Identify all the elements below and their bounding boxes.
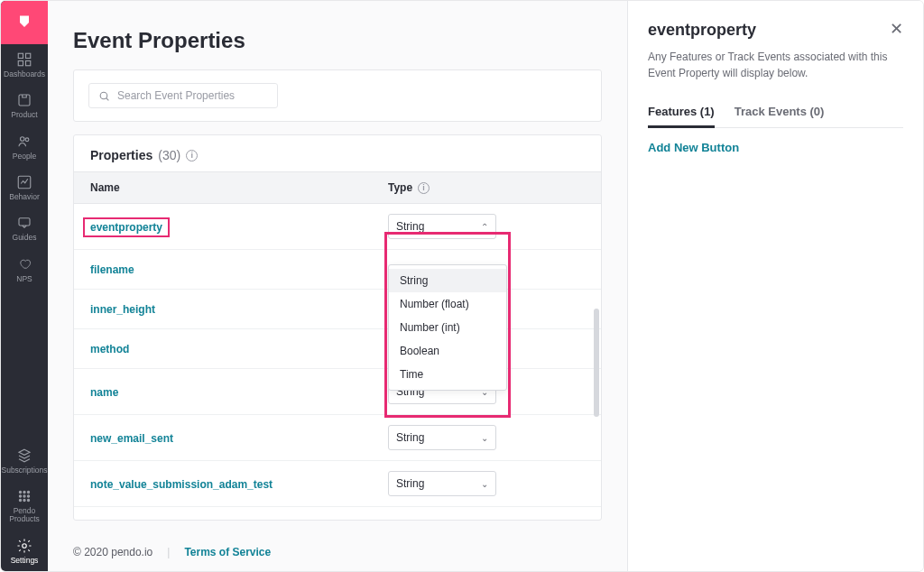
sidebar-item-label: Product [11, 111, 37, 119]
property-name-link[interactable]: name [90, 386, 118, 399]
sidebar-item-label: Guides [13, 234, 37, 242]
dropdown-option[interactable]: Boolean [389, 339, 506, 363]
svg-rect-2 [18, 61, 23, 66]
svg-rect-8 [19, 218, 30, 226]
property-name-link[interactable]: method [90, 343, 129, 355]
footer: © 2020 pendo.io | Terms of Service [73, 533, 602, 558]
sidebar-item-label: Behavior [9, 193, 40, 201]
svg-point-12 [19, 495, 21, 497]
svg-point-10 [23, 491, 25, 493]
type-select-value: String [396, 220, 424, 233]
dropdown-option[interactable]: String [389, 269, 506, 292]
svg-point-14 [27, 495, 29, 497]
detail-title: eventproperty [648, 21, 756, 40]
svg-point-16 [23, 499, 25, 501]
chevron-up-icon: ⌃ [481, 222, 488, 232]
property-name-link[interactable]: filename [90, 263, 134, 276]
main-content: Event Properties Properties (30) i Name … [48, 1, 627, 571]
detail-panel: eventproperty ✕ Any Features or Track Ev… [627, 1, 923, 571]
svg-point-17 [27, 499, 29, 501]
tab-features[interactable]: Features (1) [648, 97, 715, 128]
sidebar-item-nps[interactable]: NPS [1, 249, 48, 290]
type-select[interactable]: String ⌄ [388, 471, 496, 496]
svg-point-18 [23, 543, 27, 548]
page-title: Event Properties [73, 28, 602, 53]
dropdown-option[interactable]: Number (float) [389, 292, 506, 316]
search-card [73, 69, 602, 122]
detail-description: Any Features or Track Events associated … [648, 49, 903, 81]
type-select-value: String [396, 431, 424, 444]
sidebar-item-dashboards[interactable]: Dashboards [1, 44, 48, 85]
table-row: filename [74, 250, 601, 290]
svg-rect-4 [19, 95, 30, 106]
sidebar-item-label: NPS [16, 275, 32, 283]
properties-count: (30) [158, 148, 180, 162]
sidebar-item-label: Dashboards [4, 70, 45, 78]
property-name-link[interactable]: new_email_sent [90, 432, 173, 445]
svg-point-6 [25, 138, 29, 142]
detail-tabs: Features (1) Track Events (0) [648, 97, 903, 128]
sidebar: Dashboards Product People Behavior Guide… [1, 1, 48, 571]
properties-card: Properties (30) i Name Type i eventprope… [73, 134, 602, 521]
type-select[interactable]: String ⌄ [388, 425, 496, 450]
col-header-name: Name [90, 181, 388, 194]
close-icon[interactable]: ✕ [890, 21, 903, 37]
svg-point-19 [100, 92, 107, 99]
terms-link[interactable]: Terms of Service [184, 546, 271, 558]
info-icon[interactable]: i [186, 150, 198, 161]
properties-label: Properties [90, 148, 152, 162]
sidebar-item-label: Pendo Products [1, 507, 48, 524]
scrollbar[interactable] [594, 309, 599, 417]
svg-rect-3 [26, 61, 31, 66]
sidebar-item-guides[interactable]: Guides [1, 208, 48, 248]
dropdown-option[interactable]: Time [389, 363, 506, 386]
sidebar-item-product[interactable]: Product [1, 85, 48, 125]
sidebar-item-label: Settings [11, 557, 39, 565]
sidebar-item-label: People [13, 152, 36, 161]
search-input-wrap[interactable] [88, 83, 278, 108]
svg-point-5 [21, 136, 25, 141]
sidebar-item-behavior[interactable]: Behavior [1, 167, 48, 208]
app-logo[interactable] [1, 1, 48, 44]
property-name-link[interactable]: eventproperty [83, 217, 170, 237]
type-select[interactable]: String ⌃ [388, 214, 496, 239]
table-row: method [74, 329, 601, 369]
svg-point-9 [19, 491, 21, 493]
svg-rect-1 [26, 53, 31, 58]
col-header-type-label: Type [388, 181, 412, 194]
svg-point-11 [27, 491, 29, 493]
sidebar-item-settings[interactable]: Settings [1, 530, 48, 571]
search-input[interactable] [117, 89, 268, 102]
add-new-button[interactable]: Add New Button [648, 141, 739, 154]
table-body: eventproperty String ⌃ filename inner_he… [74, 204, 601, 520]
col-header-type: Type i [388, 181, 532, 194]
svg-point-13 [23, 495, 25, 497]
sidebar-item-people[interactable]: People [1, 126, 48, 167]
chevron-down-icon: ⌄ [481, 433, 488, 443]
table-row: inner_height [74, 290, 601, 329]
chevron-down-icon: ⌄ [481, 479, 488, 489]
table-row: name String ⌄ [74, 369, 601, 415]
svg-point-15 [19, 499, 21, 501]
properties-header: Properties (30) i [74, 135, 601, 171]
table-row: note_value_submission_adam_test String ⌄ [74, 461, 601, 507]
copyright: © 2020 pendo.io [73, 546, 152, 558]
svg-rect-0 [18, 53, 23, 58]
footer-divider: | [167, 546, 170, 558]
dropdown-option[interactable]: Number (int) [389, 316, 506, 339]
tab-track-events[interactable]: Track Events (0) [735, 97, 825, 128]
type-dropdown[interactable]: String Number (float) Number (int) Boole… [388, 264, 507, 391]
info-icon[interactable]: i [418, 182, 430, 194]
property-name-link[interactable]: inner_height [90, 303, 155, 316]
sidebar-item-pendo-products[interactable]: Pendo Products [1, 481, 48, 530]
table-header: Name Type i [74, 171, 601, 204]
sidebar-item-label: Subscriptions [1, 466, 47, 475]
sidebar-item-subscriptions[interactable]: Subscriptions [1, 440, 48, 481]
table-row: eventproperty String ⌃ [74, 204, 601, 250]
property-name-link[interactable]: note_value_submission_adam_test [90, 478, 273, 491]
search-icon [98, 90, 110, 102]
type-select-value: String [396, 477, 424, 490]
table-row: new_email_sent String ⌄ [74, 415, 601, 461]
